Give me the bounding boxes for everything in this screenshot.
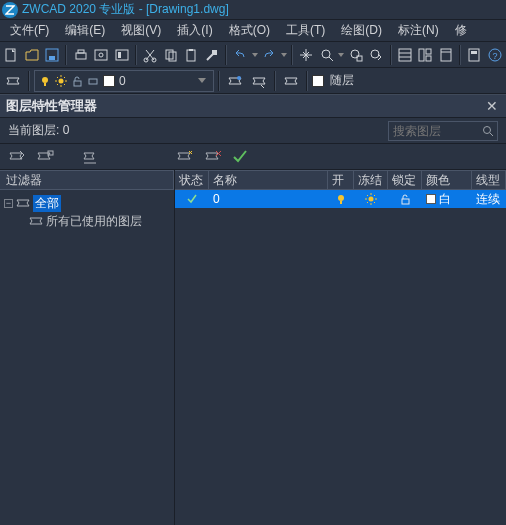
svg-point-53 (338, 195, 344, 201)
svg-text:?: ? (492, 51, 497, 61)
search-input[interactable] (389, 124, 479, 138)
th-name[interactable]: 名称 (209, 171, 328, 189)
menu-bar: 文件(F) 编辑(E) 视图(V) 插入(I) 格式(O) 工具(T) 绘图(D… (0, 20, 506, 42)
layer-props-icon[interactable] (2, 70, 24, 92)
th-status[interactable]: 状态 (175, 171, 209, 189)
menu-draw[interactable]: 绘图(D) (333, 20, 390, 41)
menu-modify[interactable]: 修 (447, 20, 475, 41)
svg-line-40 (57, 77, 58, 78)
preview-icon[interactable] (92, 44, 110, 66)
layer-table: 状态 名称 开 冻结 锁定 颜色 线型 0 (175, 170, 506, 525)
svg-line-63 (367, 202, 368, 203)
th-color[interactable]: 颜色 (422, 171, 472, 189)
svg-rect-30 (471, 51, 477, 54)
new-prop-filter-icon[interactable] (34, 147, 56, 167)
undo-icon[interactable] (231, 44, 249, 66)
th-freeze[interactable]: 冻结 (354, 171, 388, 189)
layer-states-icon[interactable] (224, 70, 246, 92)
new-icon[interactable] (2, 44, 20, 66)
menu-view[interactable]: 视图(V) (113, 20, 169, 41)
undo-dropdown[interactable] (251, 44, 258, 66)
layer-states-mgr-icon[interactable] (80, 147, 102, 167)
cut-icon[interactable] (141, 44, 159, 66)
svg-rect-27 (441, 49, 451, 61)
print-icon[interactable] (71, 44, 89, 66)
search-icon[interactable] (479, 122, 497, 140)
layer-combo[interactable]: 0 (34, 70, 214, 92)
toolbar-separator (28, 71, 30, 91)
help-icon[interactable]: ? (485, 44, 503, 66)
table-row[interactable]: 0 白 连续 (175, 190, 506, 208)
svg-rect-4 (78, 50, 84, 53)
svg-rect-14 (189, 49, 193, 51)
open-icon[interactable] (22, 44, 40, 66)
paste-icon[interactable] (182, 44, 200, 66)
cell-name[interactable]: 0 (209, 192, 328, 206)
tree-root-all[interactable]: − 全部 (4, 194, 170, 212)
copy-icon[interactable] (161, 44, 179, 66)
cell-status[interactable] (175, 193, 209, 205)
bylayer-swatch (312, 75, 324, 87)
delete-layer-icon[interactable] (202, 147, 224, 167)
zoom-dropdown[interactable] (338, 44, 345, 66)
calc-icon[interactable] (465, 44, 483, 66)
th-lock[interactable]: 锁定 (388, 171, 422, 189)
properties-icon[interactable] (396, 44, 414, 66)
publish-icon[interactable] (112, 44, 130, 66)
chevron-down-icon[interactable] (195, 78, 209, 83)
filter-header: 过滤器 (0, 170, 174, 190)
match-icon[interactable] (202, 44, 220, 66)
pan-icon[interactable] (297, 44, 315, 66)
cell-lock[interactable] (388, 193, 422, 205)
th-ltype[interactable]: 线型 (472, 171, 506, 189)
menu-tools[interactable]: 工具(T) (278, 20, 333, 41)
toolbar-separator (65, 45, 67, 65)
layer-iso-icon[interactable] (280, 70, 302, 92)
menu-dim[interactable]: 标注(N) (390, 20, 447, 41)
save-icon[interactable] (43, 44, 61, 66)
th-on[interactable]: 开 (328, 171, 354, 189)
plot-icon (87, 75, 99, 87)
layer-color-swatch (103, 75, 115, 87)
zoom-prev-icon[interactable] (367, 44, 385, 66)
tree-used-layers[interactable]: 所有已使用的图层 (4, 212, 170, 230)
tool-palette-icon[interactable] (437, 44, 455, 66)
menu-insert[interactable]: 插入(I) (169, 20, 220, 41)
toolbar-separator (135, 45, 137, 65)
close-icon[interactable]: ✕ (484, 98, 500, 114)
svg-rect-29 (469, 49, 479, 61)
menu-format[interactable]: 格式(O) (221, 20, 278, 41)
svg-line-41 (64, 84, 65, 85)
toolbar-separator (218, 71, 220, 91)
design-center-icon[interactable] (416, 44, 434, 66)
cell-color[interactable]: 白 (422, 191, 472, 208)
svg-point-35 (59, 78, 64, 83)
app-icon (2, 2, 18, 18)
toolbar-separator (274, 71, 276, 91)
menu-edit[interactable]: 编辑(E) (57, 20, 113, 41)
svg-rect-13 (187, 50, 195, 61)
title-bar: ZWCAD 2020 专业版 - [Drawing1.dwg] (0, 0, 506, 20)
cell-freeze[interactable] (354, 193, 388, 205)
tree-child-label: 所有已使用的图层 (46, 213, 142, 230)
bulb-on-icon (335, 193, 347, 205)
panel-toolbar (0, 144, 506, 170)
zoom-window-icon[interactable] (347, 44, 365, 66)
menu-file[interactable]: 文件(F) (2, 20, 57, 41)
svg-line-42 (64, 77, 65, 78)
redo-icon[interactable] (260, 44, 278, 66)
new-layer-icon[interactable] (174, 147, 196, 167)
redo-dropdown[interactable] (280, 44, 287, 66)
svg-line-43 (57, 84, 58, 85)
cell-on[interactable] (328, 193, 354, 205)
tree-collapse-icon[interactable]: − (4, 199, 13, 208)
zoom-icon[interactable] (317, 44, 335, 66)
new-group-filter-icon[interactable] (6, 147, 28, 167)
cell-linetype[interactable]: 连续 (472, 191, 506, 208)
svg-rect-15 (212, 50, 217, 55)
color-swatch (426, 194, 436, 204)
search-box[interactable] (388, 121, 498, 141)
tree-root-label: 全部 (33, 195, 61, 212)
set-current-icon[interactable] (230, 147, 252, 167)
layer-prev-icon[interactable] (248, 70, 270, 92)
